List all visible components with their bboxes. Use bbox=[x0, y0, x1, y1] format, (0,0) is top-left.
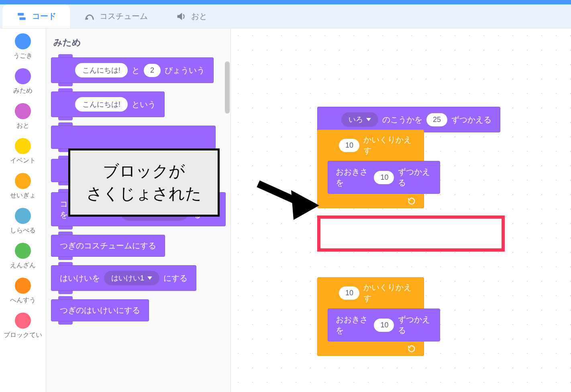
category-label: おと bbox=[16, 122, 29, 130]
block-repeat-2[interactable]: 10 かいくりかえす おおきさを 10 ずつかえる bbox=[317, 277, 424, 356]
backdrop-dropdown[interactable]: はいけい1 bbox=[104, 271, 159, 285]
category-label: しらべる bbox=[10, 226, 36, 235]
category-label: イベント bbox=[10, 156, 36, 165]
repeat-count-input[interactable]: 10 bbox=[339, 139, 359, 152]
category-color-icon bbox=[15, 33, 31, 49]
category-color-icon bbox=[15, 173, 31, 189]
palette-scrollbar[interactable] bbox=[225, 61, 230, 114]
category-2[interactable]: おと bbox=[15, 103, 31, 130]
svg-marker-4 bbox=[291, 190, 319, 220]
category-label: えんざん bbox=[10, 261, 36, 270]
category-rail: うごきみためおとイベントせいぎょしらべるえんざんへんすうブロックてい bbox=[0, 28, 46, 392]
block-change-size-2[interactable]: おおきさを 10 ずつかえる bbox=[328, 309, 440, 341]
tab-costumes[interactable]: コスチューム bbox=[70, 4, 161, 28]
tab-costumes-label: コスチューム bbox=[100, 11, 148, 22]
tab-code-label: コード bbox=[32, 11, 56, 22]
say-secs-input[interactable]: 2 bbox=[144, 64, 161, 77]
category-color-icon bbox=[15, 208, 31, 224]
size-value-input[interactable]: 10 bbox=[374, 171, 394, 184]
loop-arrow-icon bbox=[407, 344, 416, 353]
block-next-costume[interactable]: つぎのコスチュームにする bbox=[51, 235, 165, 257]
category-label: へんすう bbox=[10, 296, 36, 305]
tab-sounds-label: おと bbox=[191, 11, 207, 22]
block-switch-backdrop[interactable]: はいけいを はいけい1 にする bbox=[51, 265, 196, 291]
category-color-icon bbox=[15, 313, 31, 329]
tab-code[interactable]: コード bbox=[2, 4, 70, 28]
block-text: つぎのはいけいにする bbox=[60, 305, 140, 316]
color-dropdown[interactable]: いろ bbox=[341, 112, 378, 127]
block-text: ずつかえる bbox=[398, 314, 432, 336]
tab-sounds[interactable]: おと bbox=[161, 4, 221, 28]
block-text: おおきさを bbox=[336, 167, 370, 188]
block-change-size-1[interactable]: おおきさを 10 ずつかえる bbox=[328, 161, 440, 194]
category-0[interactable]: うごき bbox=[13, 33, 33, 60]
block-text: ずつかえる bbox=[398, 167, 432, 188]
block-text: と bbox=[132, 65, 140, 76]
say-message-input[interactable]: こんにちは! bbox=[75, 63, 128, 77]
category-color-icon bbox=[15, 138, 31, 154]
block-repeat-1[interactable]: 10 かいくりかえす おおきさを 10 ずつかえる bbox=[317, 130, 424, 208]
block-text: はいけいを bbox=[60, 273, 100, 284]
category-label: うごき bbox=[13, 52, 33, 60]
category-label: みため bbox=[13, 87, 33, 95]
category-color-icon bbox=[15, 103, 31, 119]
category-1[interactable]: みため bbox=[13, 68, 33, 95]
palette-title: みため bbox=[53, 37, 226, 49]
annotation-line2: さくじょされた bbox=[86, 183, 202, 205]
size-value-input[interactable]: 10 bbox=[374, 319, 394, 332]
svg-rect-1 bbox=[20, 17, 26, 20]
block-say[interactable]: こんにちは! という bbox=[51, 91, 165, 117]
category-5[interactable]: しらべる bbox=[10, 208, 36, 235]
sounds-icon bbox=[175, 11, 187, 22]
category-label: せいぎょ bbox=[10, 191, 36, 200]
annotation-callout: ブロックが さくじょされた bbox=[68, 148, 220, 217]
block-say-for-secs[interactable]: こんにちは! と 2 びょういう bbox=[51, 57, 214, 83]
block-text: という bbox=[132, 99, 156, 110]
say-message-input[interactable]: こんにちは! bbox=[75, 97, 128, 112]
block-text: つぎのコスチュームにする bbox=[60, 240, 156, 251]
block-text: ずつかえる bbox=[451, 114, 491, 125]
category-4[interactable]: せいぎょ bbox=[10, 173, 36, 200]
category-color-icon bbox=[15, 243, 31, 259]
category-color-icon bbox=[15, 278, 31, 294]
block-text: おおきさを bbox=[336, 314, 370, 336]
deleted-block-highlight bbox=[317, 215, 505, 252]
block-text: かいくりかえす bbox=[363, 134, 416, 156]
block-hidden-1[interactable] bbox=[51, 126, 216, 149]
block-text: かいくりかえす bbox=[363, 282, 416, 304]
category-3[interactable]: イベント bbox=[10, 138, 36, 165]
block-next-backdrop[interactable]: つぎのはいけいにする bbox=[51, 299, 149, 321]
block-text: びょういう bbox=[165, 65, 205, 76]
color-value-input[interactable]: 25 bbox=[426, 113, 447, 126]
tab-bar: コード コスチューム おと bbox=[0, 4, 571, 28]
code-icon bbox=[16, 11, 28, 22]
svg-point-2 bbox=[86, 18, 88, 20]
category-6[interactable]: えんざん bbox=[10, 243, 36, 270]
svg-rect-0 bbox=[18, 13, 24, 15]
category-label: ブロックてい bbox=[4, 331, 42, 339]
loop-arrow-icon bbox=[407, 197, 416, 205]
block-color-effect[interactable]: いろ のこうかを 25 ずつかえる bbox=[317, 107, 500, 132]
category-7[interactable]: へんすう bbox=[10, 278, 36, 305]
block-text: のこうかを bbox=[382, 114, 422, 125]
top-bar bbox=[0, 0, 571, 4]
repeat-count-input[interactable]: 10 bbox=[339, 286, 359, 300]
costumes-icon bbox=[84, 11, 96, 22]
annotation-arrow-icon bbox=[255, 173, 323, 221]
block-text: にする bbox=[163, 273, 188, 284]
annotation-line1: ブロックが bbox=[86, 160, 202, 183]
category-8[interactable]: ブロックてい bbox=[4, 313, 42, 339]
category-color-icon bbox=[15, 68, 31, 84]
